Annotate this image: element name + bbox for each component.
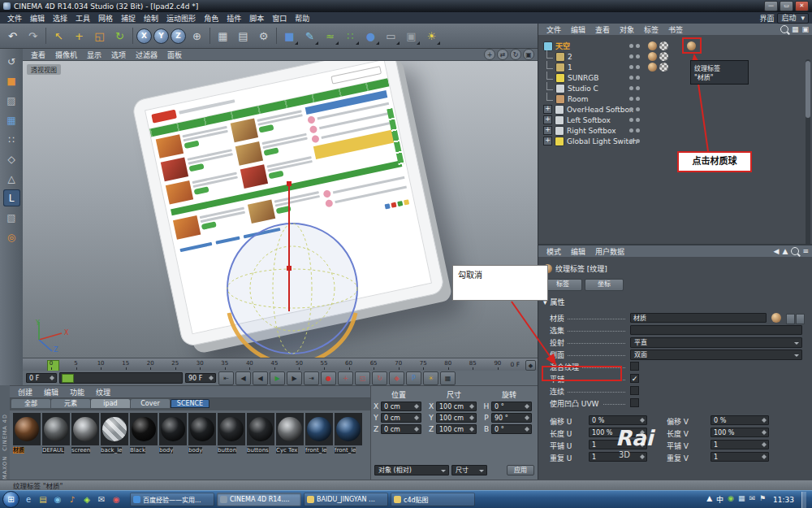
- material-layer-tab[interactable]: SCENCE: [171, 399, 209, 408]
- object-tree-item[interactable]: + Left Softbox: [538, 115, 812, 125]
- mode-icon[interactable]: ▨: [3, 92, 20, 109]
- mode-icon[interactable]: ▧: [3, 209, 20, 226]
- size-field[interactable]: 100 cm: [436, 424, 477, 434]
- toolbar-icon[interactable]: Z: [171, 28, 186, 44]
- playback-button[interactable]: ⇤: [218, 371, 234, 385]
- expand-icon[interactable]: +: [543, 126, 552, 135]
- seamless-checkbox[interactable]: [630, 386, 639, 395]
- toolbar-icon[interactable]: ∷: [341, 27, 360, 46]
- coord-mode-dropdown[interactable]: 对象 (相对): [374, 465, 449, 475]
- material-thumbnail[interactable]: Black: [130, 413, 158, 455]
- side-dropdown[interactable]: 双面: [630, 350, 802, 360]
- toolbar-icon[interactable]: ↷: [24, 27, 42, 46]
- position-field[interactable]: 0 cm: [381, 424, 421, 434]
- viewport-nav-icon[interactable]: ↻: [510, 49, 521, 60]
- viewport-menu-item[interactable]: 过滤器: [131, 50, 162, 60]
- uv-field[interactable]: 0 %: [589, 415, 647, 425]
- timeline-ruler[interactable]: 051015202530354045505560657075808590 0 F…: [23, 358, 538, 371]
- timeline-slider[interactable]: [59, 372, 183, 384]
- toolbar-icon[interactable]: ▭: [382, 27, 400, 46]
- quick-launch-icon[interactable]: ◈: [80, 493, 93, 506]
- material-preview-sphere[interactable]: [335, 413, 362, 445]
- visibility-dots[interactable]: [629, 117, 642, 124]
- object-tree-item[interactable]: + Room: [538, 93, 812, 104]
- material-thumbnail[interactable]: buttons: [247, 413, 274, 455]
- material-menu-item[interactable]: 创建: [13, 387, 37, 397]
- material-texture-tag-icon[interactable]: [687, 41, 696, 50]
- show-desktop-button[interactable]: [801, 492, 806, 508]
- maximize-button[interactable]: ▭: [780, 1, 793, 11]
- mode-icon[interactable]: ◎: [3, 228, 20, 245]
- mode-icon[interactable]: ■: [3, 72, 20, 89]
- menu-item[interactable]: 工具: [71, 13, 94, 24]
- object-menu-item[interactable]: 对象: [615, 24, 639, 35]
- use-bump-uvw-checkbox[interactable]: [630, 398, 639, 407]
- toolbar-icon[interactable]: ▣: [402, 27, 421, 46]
- viewport-nav-icon[interactable]: +: [484, 49, 495, 60]
- material-menu-item[interactable]: 功能: [65, 387, 89, 397]
- toolbar-icon[interactable]: +: [70, 27, 89, 46]
- tray-icon[interactable]: ⚑: [759, 494, 766, 505]
- material-thumbnail[interactable]: screen: [71, 413, 99, 455]
- quick-launch-icon[interactable]: ▤: [37, 493, 50, 506]
- size-field[interactable]: 100 cm: [436, 413, 477, 423]
- taskbar-window-button[interactable]: c4d贴图: [391, 493, 475, 506]
- material-thumbnail[interactable]: back_le: [101, 413, 128, 455]
- material-preview-sphere[interactable]: [130, 413, 158, 445]
- projection-dropdown[interactable]: 平直: [630, 337, 802, 348]
- visibility-dots[interactable]: [629, 43, 642, 50]
- tray-icon[interactable]: ▦: [738, 494, 745, 505]
- attribute-subtab[interactable]: 标签: [543, 279, 582, 291]
- menu-item[interactable]: 选择: [49, 13, 71, 24]
- toolbar-icon[interactable]: [209, 28, 210, 44]
- position-field[interactable]: 0 cm: [381, 402, 421, 411]
- attribute-subtab[interactable]: 坐标: [585, 279, 624, 291]
- mix-textures-checkbox[interactable]: [630, 362, 639, 371]
- layout-dropdown[interactable]: 启动▾: [777, 13, 809, 24]
- mini-button[interactable]: [796, 314, 805, 324]
- toolbar-icon[interactable]: ■: [280, 27, 299, 46]
- playback-button[interactable]: ↻: [372, 371, 387, 385]
- toolbar-icon[interactable]: ◱: [90, 27, 109, 46]
- toolbar-icon[interactable]: ▤: [234, 27, 253, 46]
- taskbar-window-button[interactable]: BAIDU_JINGYAN ...: [304, 493, 388, 506]
- material-thumbnail[interactable]: Cyc Tex: [276, 413, 304, 455]
- toolbar-icon[interactable]: ✎: [300, 27, 319, 46]
- material-preview-sphere[interactable]: [159, 413, 187, 445]
- uv-field[interactable]: 1: [589, 440, 647, 449]
- search-icon[interactable]: [791, 247, 799, 255]
- attribute-menu-item[interactable]: 模式: [542, 246, 566, 257]
- visibility-dots[interactable]: [629, 96, 642, 102]
- current-frame-field[interactable]: 0 F: [26, 373, 57, 383]
- up-icon[interactable]: ▲: [783, 247, 788, 255]
- expand-icon[interactable]: +: [543, 115, 552, 124]
- key-icon[interactable]: ◆: [525, 360, 536, 371]
- material-preview-sphere[interactable]: [276, 413, 304, 445]
- playback-button[interactable]: ◀: [235, 371, 251, 385]
- menu-item[interactable]: 绘制: [140, 13, 162, 24]
- object-tree-item[interactable]: + Studio C: [538, 83, 812, 93]
- object-tree-item[interactable]: + 1: [538, 62, 812, 72]
- quick-launch-icon[interactable]: e: [22, 493, 35, 506]
- expand-icon[interactable]: +: [543, 105, 552, 114]
- mode-icon[interactable]: ◇: [3, 150, 20, 167]
- material-preview-sphere[interactable]: [13, 413, 41, 445]
- material-thumbnail[interactable]: button: [218, 413, 245, 455]
- playback-button[interactable]: ◱: [355, 371, 370, 385]
- tray-icon[interactable]: 中: [716, 494, 723, 505]
- playback-button[interactable]: ◀: [253, 371, 268, 385]
- playback-button[interactable]: ▶: [287, 371, 302, 385]
- material-thumbnail[interactable]: body: [188, 413, 216, 455]
- object-manager-scrollbar[interactable]: [806, 59, 810, 263]
- material-preview-sphere[interactable]: [218, 413, 245, 445]
- material-thumbnail[interactable]: 材质: [13, 413, 41, 455]
- start-button[interactable]: ⊞: [2, 491, 19, 508]
- rotation-field[interactable]: 0 °: [491, 424, 532, 434]
- toolbar-icon[interactable]: ≈: [321, 27, 339, 46]
- visibility-dots[interactable]: [629, 64, 642, 71]
- playback-button[interactable]: ▶: [270, 371, 285, 385]
- menu-item[interactable]: 角色: [200, 13, 222, 24]
- object-tree-item[interactable]: + Global Light Switch: [538, 136, 812, 146]
- material-thumbnail[interactable]: DEFAUL: [42, 413, 70, 455]
- playback-button[interactable]: ●: [321, 371, 336, 385]
